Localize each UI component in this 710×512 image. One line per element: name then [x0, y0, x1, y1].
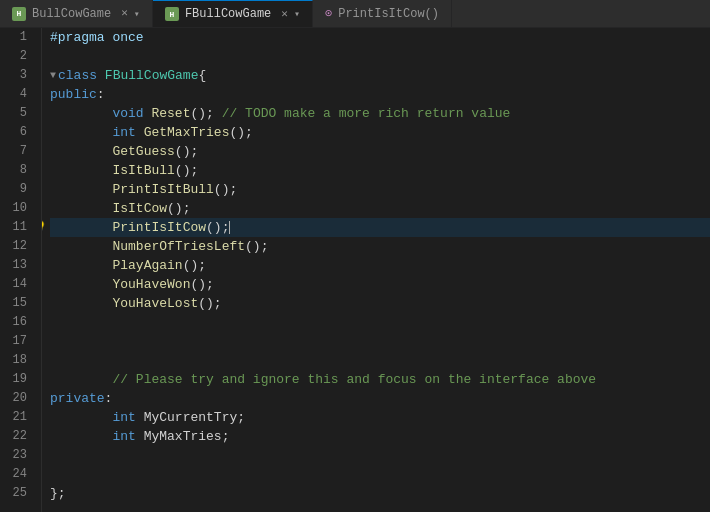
line-number-23: 23 — [0, 446, 33, 465]
code-area: 1234567891011121314151617181920212223242… — [0, 28, 710, 512]
fn-icon: ⊙ — [325, 6, 332, 21]
code-line-10: IsItCow(); — [50, 199, 710, 218]
token-plain — [50, 427, 112, 446]
token-plain — [136, 408, 144, 427]
token-plain — [50, 408, 112, 427]
token-plain: (); — [245, 237, 268, 256]
token-fn: PrintIsItBull — [112, 180, 213, 199]
token-plain — [136, 123, 144, 142]
token-fn: YouHaveWon — [112, 275, 190, 294]
token-fn: NumberOfTriesLeft — [112, 237, 245, 256]
token-plain: }; — [50, 484, 66, 503]
line-number-12: 12 — [0, 237, 33, 256]
token-kw: private — [50, 389, 105, 408]
line-number-9: 9 — [0, 180, 33, 199]
tab-printisitcow[interactable]: ⊙ PrintIsItCow() — [313, 0, 452, 27]
token-plain — [50, 370, 112, 389]
line-number-18: 18 — [0, 351, 33, 370]
code-line-7: GetGuess(); — [50, 142, 710, 161]
text-cursor — [229, 221, 230, 234]
code-line-16 — [50, 313, 710, 332]
tab-bar: H BullCowGame ✕ ▾ H FBullCowGame ✕ ▾ ⊙ P… — [0, 0, 710, 28]
token-plain — [50, 123, 112, 142]
token-plain — [50, 256, 112, 275]
code-line-25: }; — [50, 484, 710, 503]
tab-bullcowgame[interactable]: H BullCowGame ✕ ▾ — [0, 0, 153, 27]
code-line-4: public: — [50, 85, 710, 104]
code-line-5: void Reset(); // TODO make a more rich r… — [50, 104, 710, 123]
token-plain: (); — [190, 275, 213, 294]
code-line-15: YouHaveLost(); — [50, 294, 710, 313]
token-plain — [50, 275, 112, 294]
token-plain: (); — [175, 161, 198, 180]
line-number-25: 25 — [0, 484, 33, 503]
token-comment: // TODO make a more rich return value — [222, 104, 511, 123]
code-line-21: int MyCurrentTry; — [50, 408, 710, 427]
lightbulb-icon[interactable]: 💡 — [42, 218, 47, 237]
code-content[interactable]: #pragma once▼class FBullCowGame{public: … — [42, 28, 710, 512]
line-numbers: 1234567891011121314151617181920212223242… — [0, 28, 42, 512]
token-kw: int — [112, 408, 135, 427]
tab-label-3: PrintIsItCow() — [338, 7, 439, 21]
token-fn: YouHaveLost — [112, 294, 198, 313]
code-line-8: IsItBull(); — [50, 161, 710, 180]
line-number-21: 21 — [0, 408, 33, 427]
code-line-9: PrintIsItBull(); — [50, 180, 710, 199]
line-number-11: 11 — [0, 218, 33, 237]
tab-dropdown[interactable]: ▾ — [134, 8, 140, 20]
line-number-4: 4 — [0, 85, 33, 104]
token-plain — [50, 218, 112, 237]
token-kw: void — [112, 104, 143, 123]
code-line-12: NumberOfTriesLeft(); — [50, 237, 710, 256]
token-plain: : — [105, 389, 113, 408]
token-comment: // Please try and ignore this and focus … — [112, 370, 596, 389]
token-fn: IsItCow — [112, 199, 167, 218]
line-number-14: 14 — [0, 275, 33, 294]
token-fn: GetGuess — [112, 142, 174, 161]
token-fn: PrintIsItCow — [112, 218, 206, 237]
h-icon: H — [12, 7, 26, 21]
token-plain: : — [97, 85, 105, 104]
line-number-6: 6 — [0, 123, 33, 142]
code-line-19: // Please try and ignore this and focus … — [50, 370, 710, 389]
token-plain: MyCurrentTry; — [144, 408, 245, 427]
code-line-24 — [50, 465, 710, 484]
line-number-10: 10 — [0, 199, 33, 218]
token-plain: (); — [190, 104, 221, 123]
token-plain: (); — [183, 256, 206, 275]
token-plain — [50, 161, 112, 180]
token-macro: #pragma once — [50, 28, 144, 47]
token-kw: int — [112, 123, 135, 142]
token-plain — [97, 66, 105, 85]
code-line-1: #pragma once — [50, 28, 710, 47]
line-number-7: 7 — [0, 142, 33, 161]
tab-dropdown-2[interactable]: ▾ — [294, 8, 300, 20]
h-icon-2: H — [165, 7, 179, 21]
token-fn: IsItBull — [112, 161, 174, 180]
collapse-marker[interactable]: ▼ — [50, 66, 56, 85]
token-kw: public — [50, 85, 97, 104]
token-plain — [50, 142, 112, 161]
tab-close-2[interactable]: ✕ — [281, 9, 288, 20]
token-plain — [136, 427, 144, 446]
token-plain — [50, 104, 112, 123]
tab-fbullcowgame[interactable]: H FBullCowGame ✕ ▾ — [153, 0, 313, 27]
token-plain — [50, 180, 112, 199]
code-line-11: 💡 PrintIsItCow(); — [50, 218, 710, 237]
token-plain: MyMaxTries; — [144, 427, 230, 446]
token-kw: int — [112, 427, 135, 446]
token-plain: (); — [206, 218, 229, 237]
token-fn: Reset — [151, 104, 190, 123]
code-line-17 — [50, 332, 710, 351]
token-plain: (); — [198, 294, 221, 313]
line-number-13: 13 — [0, 256, 33, 275]
token-plain: (); — [229, 123, 252, 142]
token-plain: { — [198, 66, 206, 85]
line-number-19: 19 — [0, 370, 33, 389]
tab-close[interactable]: ✕ — [121, 8, 128, 19]
line-number-16: 16 — [0, 313, 33, 332]
line-number-24: 24 — [0, 465, 33, 484]
line-number-15: 15 — [0, 294, 33, 313]
token-cls: FBullCowGame — [105, 66, 199, 85]
code-line-2 — [50, 47, 710, 66]
